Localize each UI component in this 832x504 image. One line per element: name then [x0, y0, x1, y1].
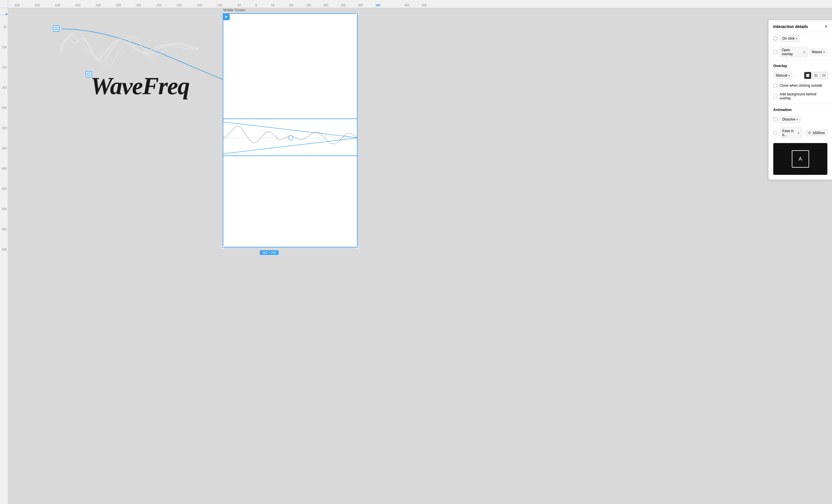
animation-icon: [773, 117, 777, 121]
svg-rect-12: [823, 74, 825, 75]
close-outside-label: Close when clicking outside: [780, 84, 822, 88]
animation-preview: A: [773, 143, 827, 175]
layout-icon-1[interactable]: [804, 72, 811, 79]
frame-handle-br[interactable]: [357, 246, 359, 249]
frame-handle-bl[interactable]: [222, 246, 224, 249]
ruler-left: 50 100 150 200 250 300 350 400 450 500 5…: [0, 8, 8, 504]
add-background-label: Add background behind overlay: [780, 92, 827, 100]
ruler-top: -600 -550 -500 -450 -400 -350 -300 -250 …: [0, 0, 832, 8]
overlay-mode-row: Manual ▾: [769, 69, 832, 81]
overlay-mode-chip[interactable]: Manual ▾: [773, 72, 792, 79]
duration-chip[interactable]: ⏱ 1600ms: [805, 130, 827, 136]
trigger-row: On click ▾: [769, 32, 832, 44]
panel-title: Interaction details: [773, 24, 808, 29]
action-row: Open overlay ▾ Waves ▾: [769, 44, 832, 60]
svg-rect-10: [814, 74, 815, 77]
trigger-icon: [773, 36, 777, 40]
ruler-corner: [0, 0, 8, 8]
mobile-screen-label: Mobile Screen: [223, 8, 245, 12]
trigger-chip[interactable]: On click ▾: [780, 35, 800, 42]
layout-icon-3[interactable]: [821, 72, 827, 79]
frame-handle-tr[interactable]: [357, 12, 359, 15]
overlay-section-title: Overlay: [769, 60, 832, 69]
dimension-label: 360 × 640: [260, 250, 279, 255]
close-button[interactable]: ×: [825, 24, 827, 29]
add-background-row: Add background behind overlay: [769, 90, 832, 104]
preview-box: A: [792, 150, 809, 168]
svg-rect-13: [823, 76, 825, 77]
action-chip[interactable]: Open overlay ▾: [779, 47, 807, 57]
svg-rect-9: [806, 74, 809, 77]
easing-icon: [773, 131, 777, 135]
layout-icons: [804, 72, 827, 79]
mobile-waveform: [223, 119, 357, 156]
mobile-frame: Mobile Screen: [223, 13, 358, 247]
svg-marker-8: [225, 16, 227, 18]
easing-chip[interactable]: Ease in b... ▾: [780, 128, 802, 138]
close-outside-row: Close when clicking outside: [769, 81, 832, 90]
target-chip[interactable]: Waves ▾: [809, 49, 827, 55]
ruler-top-ticks: -600 -550 -500 -450 -400 -350 -300 -250 …: [8, 0, 832, 8]
close-outside-checkbox[interactable]: [773, 84, 777, 88]
animation-section-title: Animation: [769, 104, 832, 114]
interaction-panel: Interaction details × On click ▾ Open ov…: [769, 20, 832, 180]
animation-type-chip[interactable]: Dissolve ▾: [780, 116, 801, 123]
action-icon: [773, 50, 777, 54]
play-button[interactable]: [223, 13, 230, 20]
animation-type-row: Dissolve ▾: [769, 114, 832, 125]
add-background-checkbox[interactable]: [773, 94, 777, 98]
svg-rect-3: [88, 74, 90, 75]
layout-icon-2[interactable]: [812, 72, 819, 79]
easing-row: Ease in b... ▾ ⏱ 1600ms: [769, 125, 832, 141]
panel-header: Interaction details ×: [769, 20, 832, 32]
svg-rect-11: [816, 74, 817, 77]
canvas: WaveFreq Mobile Screen: [8, 8, 832, 504]
wavefreq-title: WaveFreq: [90, 72, 189, 100]
